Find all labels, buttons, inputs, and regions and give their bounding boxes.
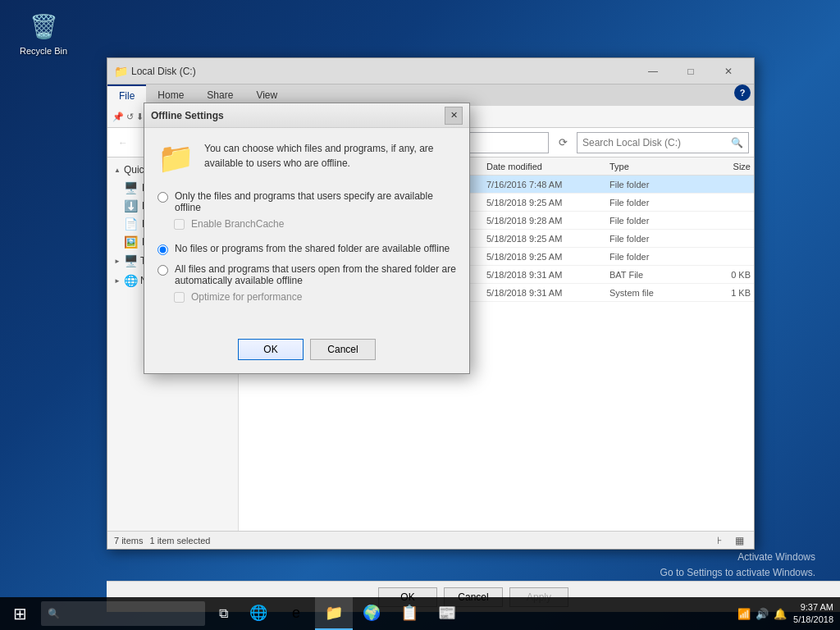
col-type-header[interactable]: Type [606, 162, 688, 171]
taskbar-search[interactable]: 🔍 [41, 601, 205, 626]
radio-label-1: Only the files and programs that users s… [175, 190, 456, 213]
help-button[interactable]: ? [734, 84, 751, 101]
radio-option-1: Only the files and programs that users s… [158, 190, 456, 213]
file-date: 5/18/2018 9:25 AM [483, 198, 606, 208]
search-box: 🔍 [577, 132, 749, 153]
desktop-sidebar-icon: 🖥️ [124, 181, 137, 194]
file-type: File folder [606, 180, 688, 189]
status-bar: 7 items 1 item selected ⊦ ▦ [107, 531, 754, 549]
task-view-button[interactable]: ⧉ [207, 597, 240, 630]
file-type: File folder [606, 198, 688, 208]
quick-access-chevron: ▲ [114, 167, 121, 174]
optimize-option: Optimize for performance [174, 291, 456, 303]
this-pc-chevron: ► [114, 258, 121, 265]
tab-file[interactable]: File [107, 84, 146, 106]
taskbar: ⊞ 🔍 ⧉ 🌐 e 📁 🌍 📋 📰 📶 🔊 🔔 9:37 AM 5/18/201… [0, 597, 840, 630]
file-date: 7/16/2016 7:48 AM [483, 180, 606, 189]
dialog-cancel-button[interactable]: Cancel [310, 339, 376, 360]
this-pc-sidebar-icon: 🖥️ [124, 254, 137, 267]
dialog-title-bar: Offline Settings ✕ [144, 103, 469, 128]
pictures-sidebar-icon: 🖼️ [124, 235, 137, 249]
taskbar-right: 📶 🔊 🔔 9:37 AM 5/18/2018 [737, 601, 840, 627]
radio-input-2[interactable] [158, 244, 168, 255]
recycle-bin-image: 🗑️ [27, 10, 60, 43]
file-size: 1 KB [688, 288, 754, 298]
taskbar-time-display: 9:37 AM [793, 601, 833, 614]
radio-group: Only the files and programs that users s… [158, 190, 456, 308]
taskbar-clock[interactable]: 9:37 AM 5/18/2018 [793, 601, 833, 627]
dialog-top-row: 📁 You can choose which files and program… [158, 141, 456, 176]
activate-windows-text: Activate Windows [660, 550, 815, 565]
system-tray-icons: 📶 🔊 🔔 [737, 608, 787, 620]
taskbar-date-display: 5/18/2018 [793, 614, 833, 626]
col-date-header[interactable]: Date modified [483, 162, 606, 171]
dialog-title-text: Offline Settings [151, 110, 445, 121]
file-type: File folder [606, 216, 688, 226]
branchcache-label: Enable BranchCache [191, 218, 284, 230]
radio-label-3: All files and programs that users open f… [175, 263, 456, 286]
dialog-body: 📁 You can choose which files and program… [144, 128, 469, 329]
file-date: 5/18/2018 9:25 AM [483, 234, 606, 244]
network-sidebar-icon: 🌐 [124, 274, 137, 287]
view-toggle: ⊦ ▦ [711, 532, 747, 549]
title-bar: 📁 Local Disk (C:) — □ ✕ [107, 58, 754, 84]
network-chevron: ► [114, 277, 121, 285]
file-date: 5/18/2018 9:28 AM [483, 216, 606, 226]
start-button[interactable]: ⊞ [0, 597, 39, 630]
selected-count: 1 item selected [149, 536, 210, 546]
radio-label-2: No files or programs from the shared fol… [175, 243, 450, 254]
dialog-folder-icon: 📁 [158, 141, 194, 176]
ribbon-quick-access: 📌 ↺ ⬇ [112, 112, 144, 122]
file-type: System file [606, 288, 688, 298]
title-bar-icon: 📁 [114, 65, 128, 78]
file-size: 0 KB [688, 270, 754, 280]
dialog-footer: OK Cancel [144, 329, 469, 373]
refresh-button[interactable]: ⟳ [552, 132, 573, 153]
recycle-bin-label: Recycle Bin [20, 46, 67, 56]
large-icon-view-icon[interactable]: ▦ [731, 532, 747, 549]
tray-notification-icon: 🔔 [774, 608, 787, 620]
taskbar-ie[interactable]: 🌐 [240, 597, 277, 630]
optimize-label: Optimize for performance [191, 291, 302, 303]
minimize-button[interactable]: — [634, 58, 672, 84]
details-view-icon[interactable]: ⊦ [711, 532, 728, 549]
title-bar-buttons: — □ ✕ [634, 58, 747, 84]
radio-input-1[interactable] [158, 192, 168, 203]
enable-branchcache-option: Enable BranchCache [174, 218, 456, 230]
taskbar-explorer[interactable]: 📁 [315, 597, 353, 630]
file-date: 5/18/2018 9:25 AM [483, 252, 606, 262]
branchcache-checkbox[interactable] [174, 219, 185, 230]
file-type: File folder [606, 234, 688, 244]
col-size-header[interactable]: Size [688, 162, 754, 171]
taskbar-app6[interactable]: 📰 [428, 597, 466, 630]
maximize-button[interactable]: □ [672, 58, 710, 84]
dialog-ok-button[interactable]: OK [238, 339, 304, 360]
search-taskbar-icon: 🔍 [48, 608, 60, 619]
search-input[interactable] [582, 137, 728, 148]
optimize-checkbox[interactable] [174, 292, 185, 303]
offline-settings-dialog: Offline Settings ✕ 📁 You can choose whic… [144, 103, 470, 374]
downloads-sidebar-icon: ⬇️ [124, 199, 137, 212]
close-button[interactable]: ✕ [710, 58, 747, 84]
documents-sidebar-icon: 📄 [124, 217, 137, 231]
radio-option-2: No files or programs from the shared fol… [158, 243, 456, 255]
file-date: 5/18/2018 9:31 AM [483, 288, 606, 298]
taskbar-app5[interactable]: 📋 [390, 597, 428, 630]
tray-volume-icon: 🔊 [756, 608, 769, 620]
activate-windows-subtext: Go to Settings to activate Windows. [660, 565, 815, 581]
radio-option-3: All files and programs that users open f… [158, 263, 456, 286]
file-type: File folder [606, 252, 688, 262]
file-date: 5/18/2018 9:31 AM [483, 270, 606, 280]
taskbar-edge[interactable]: e [277, 597, 315, 630]
item-count: 7 items [114, 536, 143, 546]
back-button[interactable]: ← [112, 132, 134, 153]
radio-input-3[interactable] [158, 265, 168, 276]
recycle-bin-icon[interactable]: 🗑️ Recycle Bin [15, 10, 72, 56]
dialog-description: You can choose which files and programs,… [204, 141, 456, 176]
activate-windows-watermark: Activate Windows Go to Settings to activ… [660, 550, 815, 581]
dialog-close-button[interactable]: ✕ [445, 107, 463, 125]
file-type: BAT File [606, 270, 688, 280]
tray-network-icon: 📶 [737, 608, 751, 620]
taskbar-app4[interactable]: 🌍 [353, 597, 390, 630]
title-bar-title: Local Disk (C:) [131, 66, 634, 77]
